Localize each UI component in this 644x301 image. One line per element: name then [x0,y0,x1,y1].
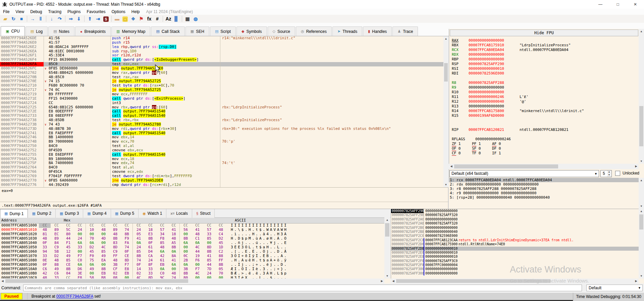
argument-row[interactable]: 2: rdx 0000000000000000 0000000000000000 [449,182,639,187]
dump-vscrollbar[interactable]: ▲ ▼ [384,217,390,279]
minimize-button[interactable]: — [592,0,609,9]
tab-script[interactable]: ▤Script [210,27,236,36]
register-row[interactable]: R100000000000000000 [452,90,638,95]
menu-item-debug[interactable]: Debug [27,9,45,14]
stack-row[interactable]: 0000007825AFF2A80000007825AFF320 [391,221,644,225]
tab-threads[interactable]: ➤Threads [332,27,362,36]
dump-rows[interactable]: 00007FFCAB051000CCCCCCCCCCCCCCCCCCCCCCCC… [0,223,384,279]
font-size-icon[interactable]: Az [165,15,172,22]
registers-vscrollbar[interactable]: ▲ ▼ [639,29,644,164]
tab-locals[interactable]: x=Locals [166,209,192,218]
tab-trace[interactable]: ♟Trace [392,27,418,36]
argument-row[interactable]: 5: [rsp+28] 0000000000000040 00000000000… [449,195,639,200]
disasm-row[interactable]: 00007FF794A526F4FF15 86390000call qword … [0,58,448,62]
argument-row[interactable]: 3: r8 0000007825AFF288 0000007825AFF288 [449,187,639,191]
command-input[interactable] [23,285,582,291]
step-out-icon[interactable]: ⇓ [75,15,83,22]
stack-row[interactable]: 0000007825AFF2B00000000000000000 [391,226,644,230]
disassembly-view[interactable]: 00007FF794A526DE41:56push r14r14:"minker… [0,36,448,187]
menu-item-options[interactable]: Options [108,9,128,14]
maximize-button[interactable]: □ [609,0,627,9]
disasm-row[interactable]: 00007FF794A5271EFF15 04390000call qword … [0,97,448,101]
close-button[interactable]: ✕ [627,0,644,9]
tab-notes[interactable]: ▤Notes [48,27,74,36]
tab-dump-3[interactable]: ▦Dump 3 [56,209,83,218]
disasm-row[interactable]: 00007FF794A526FA85C0test eax,eax [0,62,448,66]
register-row[interactable]: RIP00007FFCAB120821ntdll.00007FFCAB12082… [452,128,638,132]
disasm-row[interactable]: 00007FF794A52719B9 FFFFFFFFmov ecx,FFFFF… [0,92,448,97]
disasm-row[interactable]: 00007FF794A526E248:8DAC24 30FFFFFFlea rb… [0,45,448,49]
run-icon[interactable]: → [29,15,36,22]
register-row[interactable]: RAX0000000000000000 [452,38,638,43]
stack-row[interactable]: 0000007825AFF3000000000000000000 [391,267,644,271]
execute-till-return-icon[interactable]: ⇒ [67,15,74,22]
registers-hscrollbar[interactable]: ◀ ▶ [449,164,639,169]
hash-icon[interactable]: # [154,15,161,22]
patches-icon[interactable]: ▬ [113,15,121,22]
register-row[interactable]: RDI000000782596E000 [452,71,638,76]
register-row[interactable]: R90000000000000000 [452,85,638,90]
stack-row[interactable]: 0000007825AFF2D80000000000000010 [391,247,644,251]
breakpoint-address-link[interactable]: 00007FF794A526FA [56,294,93,299]
pause-icon[interactable]: ‖ [37,15,44,22]
register-row[interactable]: RSP0000007825AFF290 [452,62,638,66]
tab-call-stack[interactable]: ▤Call Stack [151,27,184,36]
internet-icon[interactable]: ◍ [192,15,199,22]
disasm-row[interactable]: 00007FF794A526DE41:56push r14r14:"minker… [0,36,448,41]
tab-log[interactable]: ▤Log [25,27,48,36]
register-row[interactable]: R1500000199AF6D0000 [452,113,638,118]
tab-watch-1[interactable]: ◉Watch 1 [139,209,166,218]
register-row[interactable]: RBP0000000000000000 [452,57,638,62]
disasm-row[interactable]: 00007FF794A52710F680 BC000000 70test byt… [0,84,448,88]
register-row[interactable]: R1400007FFCAB175800"minkernel\\ntdll\\ld… [452,109,638,113]
run-to-user-code-icon[interactable]: ⇑ [86,15,94,22]
disasm-row[interactable]: 00007FF794A52755E8 E6EDFFFFcall output.7… [0,153,448,157]
stack-row[interactable]: 0000007825AFF3080000000000000000 [391,271,644,275]
register-row[interactable]: RBX00007FFCAB175910"LdrpInitializeProces… [452,43,638,48]
tab-breakpoints[interactable]: ●Breakpoints [75,27,111,36]
stop-icon[interactable]: ■ [18,15,25,22]
stack-row[interactable]: 0000007825AFF2F00000007825AFF3C0 [391,259,644,263]
disasm-row[interactable]: 00007FF794A52724CCint3 [0,101,448,105]
open-file-icon[interactable]: ▰ [2,15,9,22]
stack-pane[interactable]: 0000007825AFF290000000000000000000000078… [391,209,644,284]
menu-item-plugins[interactable]: Plugins [64,9,84,14]
menu-item-favourites[interactable]: Favourites [84,9,108,14]
unlocked-checkbox[interactable] [615,171,620,176]
tab-symbols[interactable]: ◆Symbols [236,27,267,36]
menu-item-file[interactable]: File [0,9,12,14]
stack-hscrollbar[interactable]: ◀ ▶ [391,279,639,284]
tab-references[interactable]: ◎References [296,27,332,36]
tab-memory-map[interactable]: ▥Memory Map [111,27,150,36]
register-row[interactable] [452,132,638,137]
register-row[interactable]: RSI0000000000000010 [452,66,638,71]
tab-dump-2[interactable]: ▦Dump 2 [28,209,55,218]
disasm-row[interactable]: 00007FF794A5275FBA 74000000mov edx,7474:… [0,161,448,165]
restart-icon[interactable]: ↻ [10,15,17,22]
register-row[interactable]: CF 0TF 0IF 1 [452,151,638,156]
register-row[interactable]: RFLAGS0000000000000246 [452,137,638,142]
register-row[interactable]: ZF 1PF 1AF 0 [452,142,638,146]
hide-fpu-button[interactable]: Hide FPU [450,30,638,36]
disasm-row[interactable]: 00007FF794A526FC∨0F85 DE060000jne output… [0,66,448,71]
disasm-row[interactable]: 00007FF794A5274BB9 70000000mov ecx,7070:… [0,140,448,144]
comment-icon[interactable]: ▢ [121,15,129,22]
stack-row[interactable]: 0000007825AFF2A00000000000000000 [391,217,644,221]
menu-item-view[interactable]: View [12,9,27,14]
script-badge-icon[interactable]: S [102,15,110,22]
run-trace-icon[interactable]: ⇥ [94,15,102,22]
stack-row[interactable]: 0000007825AFF2D000007FFCAB175900ntdll.Rt… [391,242,644,246]
stack-row[interactable]: 0000007825AFF2E00000000000000010 [391,251,644,255]
arguments-vscrollbar[interactable]: ▲ ▼ [639,178,644,209]
step-into-icon[interactable]: ↓ [48,15,55,22]
disasm-row[interactable]: 00007FF794A5275084C0test al,al [0,144,448,148]
bookmark-icon[interactable]: ⚑ [138,15,145,22]
disasm-row[interactable]: 00007FF794A5277644:392439cmp dword ptr d… [0,183,448,187]
disasm-row[interactable]: 00007FF794A52769F7041F FDFFFFFFtest dwor… [0,174,448,179]
tab-struct[interactable]: §Struct [192,209,215,218]
stack-row[interactable]: 0000007825AFF2C800007FFCAB123CAAreturn t… [391,238,644,242]
tab-dump-4[interactable]: ▦Dump 4 [83,209,111,218]
register-row[interactable] [452,76,638,81]
register-row[interactable] [452,118,638,123]
stack-row[interactable]: 0000007825AFF2E80000000000000010 [391,255,644,259]
